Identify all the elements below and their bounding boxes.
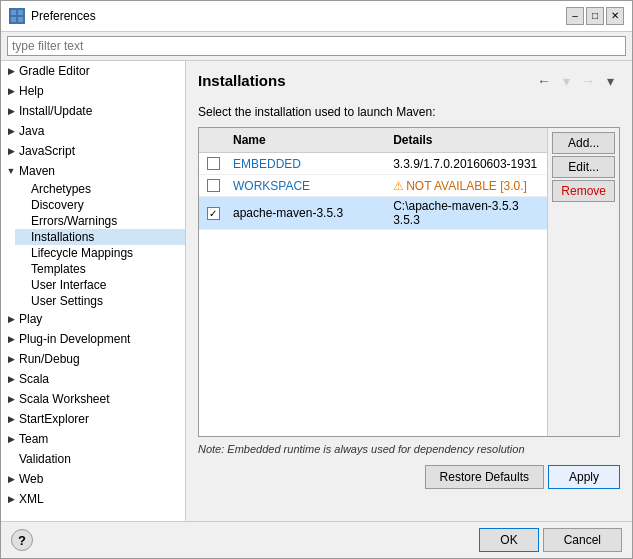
svg-rect-0 xyxy=(11,10,16,15)
table-row[interactable]: WORKSPACE ⚠NOT AVAILABLE [3.0.] xyxy=(199,175,547,197)
close-button[interactable]: ✕ xyxy=(606,7,624,25)
sidebar-item-validation[interactable]: Validation xyxy=(1,449,185,469)
col-header-name: Name xyxy=(227,131,387,149)
note-text: Note: Embedded runtime is always used fo… xyxy=(198,443,620,455)
chevron-right-icon: ▶ xyxy=(5,333,17,345)
warning-icon: ⚠ xyxy=(393,179,404,193)
chevron-right-icon: ▶ xyxy=(5,125,17,137)
maximize-button[interactable]: □ xyxy=(586,7,604,25)
chevron-right-icon: ▶ xyxy=(5,105,17,117)
row-details-workspace: ⚠NOT AVAILABLE [3.0.] xyxy=(387,177,547,195)
installations-table-container: Name Details EMBEDDED 3.3.9/1.7.0.201606… xyxy=(198,127,620,437)
row-details-embedded: 3.3.9/1.7.0.20160603-1931 xyxy=(387,155,547,173)
checkbox-embedded[interactable] xyxy=(207,157,220,170)
checkbox-workspace[interactable] xyxy=(207,179,220,192)
table-header: Name Details xyxy=(199,128,547,153)
maven-children: Archetypes Discovery Errors/Warnings Ins… xyxy=(1,181,185,309)
row-name-apache-maven: apache-maven-3.5.3 xyxy=(227,204,387,222)
cancel-button[interactable]: Cancel xyxy=(543,528,622,552)
back-button[interactable]: ← xyxy=(534,71,554,91)
chevron-right-icon: ▶ xyxy=(5,393,17,405)
sidebar-item-java[interactable]: ▶ Java xyxy=(1,121,185,141)
sidebar-item-installations[interactable]: Installations xyxy=(15,229,185,245)
sidebar-item-lifecycle-mappings[interactable]: Lifecycle Mappings xyxy=(15,245,185,261)
window-title: Preferences xyxy=(31,9,96,23)
col-header-details: Details xyxy=(387,131,547,149)
help-button[interactable]: ? xyxy=(11,529,33,551)
row-checkbox[interactable] xyxy=(199,155,227,172)
row-name-workspace: WORKSPACE xyxy=(227,177,387,195)
sidebar-item-user-interface[interactable]: User Interface xyxy=(15,277,185,293)
panel-header: Installations ← ▾ → ▾ xyxy=(198,71,620,97)
sidebar-item-gradle-editor[interactable]: ▶ Gradle Editor xyxy=(1,61,185,81)
forward-button[interactable]: → xyxy=(578,71,598,91)
sidebar-item-javascript[interactable]: ▶ JavaScript xyxy=(1,141,185,161)
sidebar-item-errors-warnings[interactable]: Errors/Warnings xyxy=(15,213,185,229)
sidebar-item-xml[interactable]: ▶ XML xyxy=(1,489,185,509)
forward-split2-button[interactable]: ▾ xyxy=(600,71,620,91)
bottom-bar: ? OK Cancel xyxy=(1,521,632,558)
remove-button[interactable]: Remove xyxy=(552,180,615,202)
minimize-button[interactable]: – xyxy=(566,7,584,25)
window-controls: – □ ✕ xyxy=(566,7,624,25)
title-bar: Preferences – □ ✕ xyxy=(1,1,632,32)
sidebar-item-scala-worksheet[interactable]: ▶ Scala Worksheet xyxy=(1,389,185,409)
right-panel: Installations ← ▾ → ▾ Select the install… xyxy=(186,61,632,521)
panel-title: Installations xyxy=(198,72,286,89)
window-icon xyxy=(9,8,25,24)
sidebar-item-discovery[interactable]: Discovery xyxy=(15,197,185,213)
navigation-buttons: ← ▾ → ▾ xyxy=(534,71,620,91)
edit-button[interactable]: Edit... xyxy=(552,156,615,178)
chevron-right-icon: ▶ xyxy=(5,433,17,445)
preferences-window: Preferences – □ ✕ ▶ Gradle Editor ▶ Help xyxy=(0,0,633,559)
add-button[interactable]: Add... xyxy=(552,132,615,154)
main-content: ▶ Gradle Editor ▶ Help ▶ Install/Update … xyxy=(1,61,632,521)
panel-action-buttons: Restore Defaults Apply xyxy=(198,465,620,489)
svg-rect-1 xyxy=(18,10,23,15)
sidebar-item-help[interactable]: ▶ Help xyxy=(1,81,185,101)
sidebar-item-web[interactable]: ▶ Web xyxy=(1,469,185,489)
table-row[interactable]: EMBEDDED 3.3.9/1.7.0.20160603-1931 xyxy=(199,153,547,175)
chevron-down-icon: ▼ xyxy=(5,165,17,177)
forward-split-button[interactable]: ▾ xyxy=(556,71,576,91)
sidebar-item-startexplorer[interactable]: ▶ StartExplorer xyxy=(1,409,185,429)
chevron-right-icon: ▶ xyxy=(5,493,17,505)
sidebar-item-templates[interactable]: Templates xyxy=(15,261,185,277)
col-header-checkbox xyxy=(199,131,227,149)
title-bar-left: Preferences xyxy=(9,8,96,24)
chevron-right-icon: ▶ xyxy=(5,353,17,365)
row-checkbox[interactable]: ✓ xyxy=(199,205,227,222)
sidebar-item-run-debug[interactable]: ▶ Run/Debug xyxy=(1,349,185,369)
panel-description: Select the installation used to launch M… xyxy=(198,105,620,119)
sidebar-item-install-update[interactable]: ▶ Install/Update xyxy=(1,101,185,121)
sidebar-item-maven[interactable]: ▼ Maven xyxy=(1,161,185,181)
checkbox-apache-maven[interactable]: ✓ xyxy=(207,207,220,220)
sidebar-item-user-settings[interactable]: User Settings xyxy=(15,293,185,309)
sidebar-item-play[interactable]: ▶ Play xyxy=(1,309,185,329)
chevron-right-icon: ▶ xyxy=(5,85,17,97)
restore-defaults-button[interactable]: Restore Defaults xyxy=(425,465,544,489)
sidebar: ▶ Gradle Editor ▶ Help ▶ Install/Update … xyxy=(1,61,186,521)
svg-rect-2 xyxy=(11,17,16,22)
chevron-right-icon: ▶ xyxy=(5,145,17,157)
ok-button[interactable]: OK xyxy=(479,528,538,552)
chevron-right-icon: ▶ xyxy=(5,413,17,425)
bottom-left: ? xyxy=(11,529,33,551)
sidebar-item-archetypes[interactable]: Archetypes xyxy=(15,181,185,197)
sidebar-item-plugin-development[interactable]: ▶ Plug-in Development xyxy=(1,329,185,349)
table-row[interactable]: ✓ apache-maven-3.5.3 C:\apache-maven-3.5… xyxy=(199,197,547,230)
chevron-right-icon: ▶ xyxy=(5,473,17,485)
sidebar-item-team[interactable]: ▶ Team xyxy=(1,429,185,449)
row-details-apache-maven: C:\apache-maven-3.5.3 3.5.3 xyxy=(387,197,547,229)
apply-button[interactable]: Apply xyxy=(548,465,620,489)
table-action-buttons: Add... Edit... Remove xyxy=(547,128,619,436)
filter-input[interactable] xyxy=(7,36,626,56)
row-checkbox[interactable] xyxy=(199,177,227,194)
sidebar-item-scala[interactable]: ▶ Scala xyxy=(1,369,185,389)
svg-rect-3 xyxy=(18,17,23,22)
chevron-right-icon: ▶ xyxy=(5,373,17,385)
row-name-embedded: EMBEDDED xyxy=(227,155,387,173)
chevron-right-icon: ▶ xyxy=(5,313,17,325)
chevron-right-icon: ▶ xyxy=(5,65,17,77)
installations-table: Name Details EMBEDDED 3.3.9/1.7.0.201606… xyxy=(199,128,547,436)
